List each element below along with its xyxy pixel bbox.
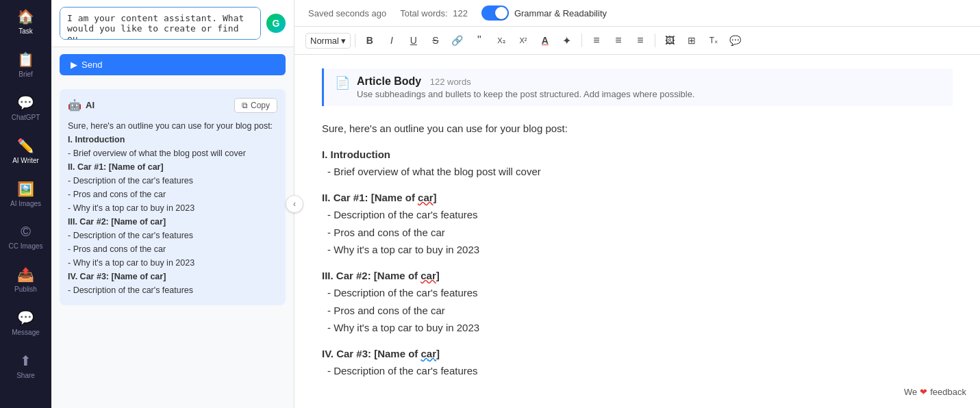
ai-message: 🤖 AI ⧉ Copy Sure, here's an outline you … (60, 89, 286, 305)
sidebar-item-brief[interactable]: 📋 Brief (0, 43, 51, 86)
insert-table-button[interactable]: ⊞ (681, 31, 702, 50)
text-style-select[interactable]: Normal ▾ (305, 33, 351, 49)
collapse-panel-button[interactable]: ‹ (286, 195, 303, 213)
editor-topbar: Saved seconds ago Total words: 122 Gramm… (294, 0, 980, 27)
section-car1: II. Car #1: [Name of car] - Description … (322, 189, 953, 259)
sidebar-item-label: Brief (18, 71, 33, 78)
section-car2: III. Car #2: [Name of car] - Description… (322, 267, 953, 337)
article-body-banner: 📄 Article Body 122 words Use subheadings… (322, 68, 953, 106)
sidebar: 🏠 Task 📋 Brief 💬 ChatGPT ✏️ AI Writer 🖼️… (0, 0, 51, 408)
ai-writer-icon: ✏️ (17, 138, 34, 154)
heart-icon: ❤ (920, 387, 927, 397)
home-icon: 🏠 (17, 8, 34, 25)
sidebar-item-cc-images[interactable]: ©️ CC Images (0, 216, 51, 258)
sidebar-item-label: ChatGPT (12, 114, 40, 121)
publish-icon: 📤 (17, 266, 34, 283)
word-count-value: 122 (453, 8, 468, 18)
sidebar-item-label: Share (16, 372, 35, 379)
sidebar-item-label: Task (18, 27, 33, 35)
toolbar-divider-1 (355, 34, 355, 47)
copy-icon: ⧉ (242, 101, 248, 110)
subscript-button[interactable]: X₂ (491, 31, 512, 50)
sidebar-item-label: Message (12, 329, 40, 336)
word-count-label: Total words: (400, 8, 447, 18)
chat-input[interactable] (60, 7, 261, 40)
comment-button[interactable]: 💬 (725, 31, 746, 50)
editor-toolbar: Normal ▾ B I U S 🔗 " X₂ X² A ✦ ≡ ≡ ≡ 🖼 ⊞… (294, 27, 980, 55)
sidebar-item-message[interactable]: 💬 Message (0, 301, 51, 344)
sidebar-item-publish[interactable]: 📤 Publish (0, 258, 51, 301)
chat-panel: G ▶ Send 🤖 AI ⧉ Copy Sure, here's an out… (51, 0, 294, 408)
feedback-text: feedback (930, 387, 966, 397)
ordered-list-button[interactable]: ≡ (586, 31, 607, 50)
toolbar-divider-3 (655, 34, 655, 47)
banner-title-row: Article Body 122 words (357, 75, 695, 88)
ai-message-header: 🤖 AI ⧉ Copy (68, 97, 277, 114)
highlight-button[interactable]: ✦ (557, 31, 577, 50)
banner-info: Article Body 122 words Use subheadings a… (357, 75, 695, 99)
ai-name: AI (86, 99, 95, 112)
feedback-bar[interactable]: We ❤ feedback (904, 387, 966, 397)
editor-panel: Saved seconds ago Total words: 122 Gramm… (294, 0, 980, 408)
banner-title: Article Body (357, 75, 421, 87)
align-button[interactable]: ≡ (630, 31, 651, 50)
section-car3: IV. Car #3: [Name of car] - Description … (322, 345, 953, 380)
grammar-toggle-area: Grammar & Readability (481, 5, 607, 21)
grammar-label: Grammar & Readability (514, 8, 607, 18)
banner-description: Use subheadings and bullets to keep the … (357, 89, 695, 99)
ai-label: 🤖 AI (68, 97, 95, 114)
ai-message-body: Sure, here's an outline you can use for … (68, 119, 277, 297)
sidebar-item-label: Publish (14, 285, 37, 293)
chevron-down-icon: ▾ (341, 36, 346, 46)
sidebar-item-task[interactable]: 🏠 Task (0, 0, 51, 43)
share-icon: ⬆ (20, 353, 32, 369)
blockquote-button[interactable]: " (469, 31, 490, 50)
sidebar-item-chatgpt[interactable]: 💬 ChatGPT (0, 86, 51, 129)
word-count: Total words: 122 (400, 8, 468, 18)
copy-button[interactable]: ⧉ Copy (234, 98, 277, 113)
ai-avatar-icon: 🤖 (68, 97, 81, 114)
underline-button[interactable]: U (403, 31, 424, 50)
superscript-button[interactable]: X² (513, 31, 533, 50)
cc-images-icon: ©️ (21, 224, 31, 240)
italic-button[interactable]: I (381, 31, 402, 50)
sidebar-item-share[interactable]: ⬆ Share (0, 344, 51, 387)
brief-icon: 📋 (17, 51, 34, 68)
toolbar-divider-2 (581, 34, 582, 47)
banner-words: 122 words (430, 77, 471, 87)
editor-content[interactable]: 📄 Article Body 122 words Use subheadings… (294, 55, 980, 408)
style-select-value: Normal (310, 36, 339, 46)
send-arrow-icon: ▶ (71, 60, 77, 70)
grammar-toggle-switch[interactable] (481, 5, 509, 21)
chat-input-area: G (51, 0, 294, 47)
message-icon: 💬 (17, 309, 34, 326)
chatgpt-icon: 💬 (17, 94, 34, 111)
clear-format-button[interactable]: Tₓ (703, 31, 724, 50)
editor-text-body[interactable]: Sure, here's an outline you can use for … (322, 120, 953, 380)
chat-messages: 🤖 AI ⧉ Copy Sure, here's an outline you … (51, 82, 294, 408)
insert-image-button[interactable]: 🖼 (659, 31, 680, 50)
strikethrough-button[interactable]: S (425, 31, 446, 50)
grammarly-icon[interactable]: G (266, 14, 286, 33)
sidebar-item-label: AI Writer (12, 157, 39, 164)
bold-button[interactable]: B (360, 31, 380, 50)
send-button[interactable]: ▶ Send (60, 54, 286, 75)
ai-images-icon: 🖼️ (17, 181, 34, 197)
send-label: Send (81, 60, 102, 70)
unordered-list-button[interactable]: ≡ (608, 31, 629, 50)
article-banner-icon: 📄 (335, 75, 350, 90)
link-button[interactable]: 🔗 (447, 31, 468, 50)
copy-label: Copy (251, 101, 270, 110)
saved-status: Saved seconds ago (308, 8, 386, 18)
sidebar-item-label: AI Images (10, 200, 41, 207)
text-color-button[interactable]: A (535, 31, 555, 50)
sidebar-item-ai-writer[interactable]: ✏️ AI Writer (0, 129, 51, 173)
feedback-prefix: We (904, 387, 917, 397)
section-introduction: I. Introduction - Brief overview of what… (322, 146, 953, 181)
sidebar-item-ai-images[interactable]: 🖼️ AI Images (0, 173, 51, 216)
intro-text: Sure, here's an outline you can use for … (322, 120, 953, 138)
sidebar-item-label: CC Images (8, 242, 42, 250)
